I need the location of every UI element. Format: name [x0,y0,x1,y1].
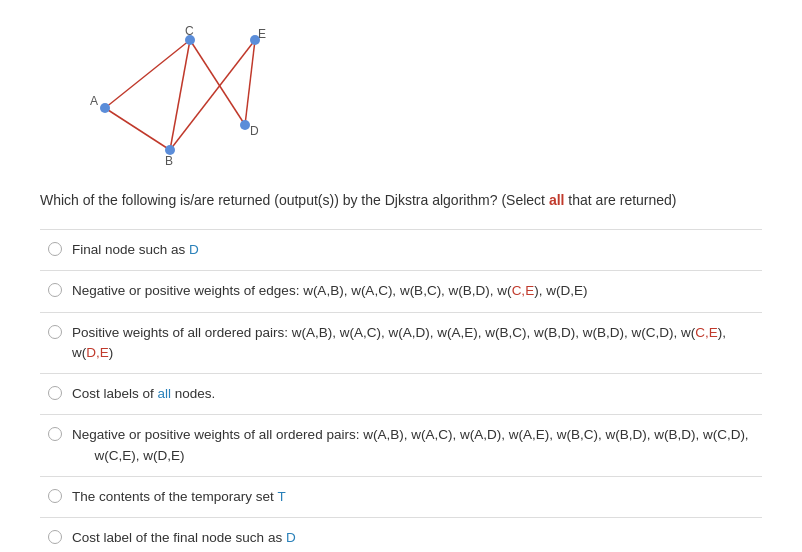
graph-diagram: A B C D E [40,20,762,170]
main-container: A B C D E Which of the following is/are … [0,0,802,552]
radio-1[interactable] [48,242,62,256]
option-5-text: Negative or positive weights of all orde… [72,425,749,466]
option-4[interactable]: Cost labels of all nodes. [40,374,762,415]
edge-AC [105,40,190,108]
option-3[interactable]: Positive weights of all ordered pairs: w… [40,313,762,375]
label-B: B [165,154,173,168]
option-2[interactable]: Negative or positive weights of edges: w… [40,271,762,312]
node-D [240,120,250,130]
radio-5[interactable] [48,427,62,441]
edge-CB [170,40,190,150]
radio-4[interactable] [48,386,62,400]
question-text: Which of the following is/are returned (… [40,190,762,211]
radio-6[interactable] [48,489,62,503]
option-4-text: Cost labels of all nodes. [72,384,215,404]
option-5[interactable]: Negative or positive weights of all orde… [40,415,762,477]
label-A: A [90,94,98,108]
label-D: D [250,124,259,138]
highlight-all: all [549,192,565,208]
radio-3[interactable] [48,325,62,339]
option-7-text: Cost label of the final node such as D [72,528,296,548]
option-6[interactable]: The contents of the temporary set T [40,477,762,518]
option-3-text: Positive weights of all ordered pairs: w… [72,323,754,364]
radio-2[interactable] [48,283,62,297]
edge-BE [170,40,255,150]
option-7[interactable]: Cost label of the final node such as D [40,518,762,552]
option-1[interactable]: Final node such as D [40,230,762,271]
node-A [100,103,110,113]
label-E: E [258,27,266,41]
graph-svg: A B C D E [40,20,320,170]
edge-DE [245,40,255,125]
option-2-text: Negative or positive weights of edges: w… [72,281,587,301]
option-1-text: Final node such as D [72,240,199,260]
edge-AB [105,108,170,150]
label-C: C [185,24,194,38]
option-6-text: The contents of the temporary set T [72,487,286,507]
radio-7[interactable] [48,530,62,544]
options-list: Final node such as D Negative or positiv… [40,229,762,552]
